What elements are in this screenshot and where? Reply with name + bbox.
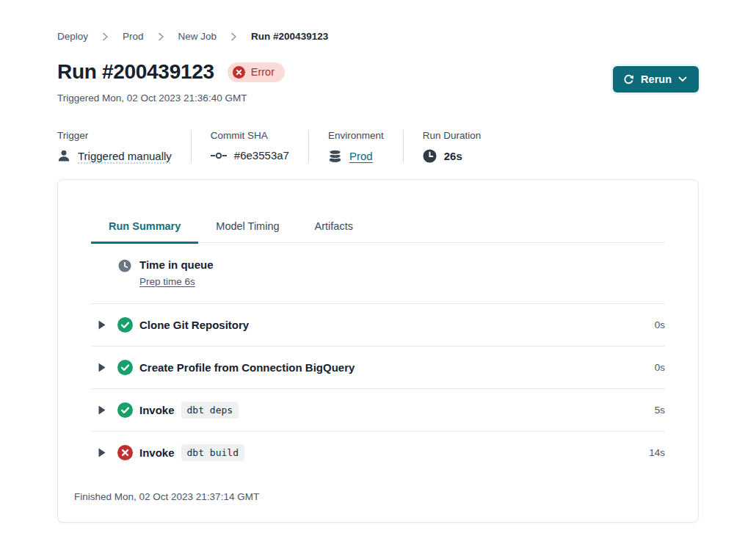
expand-caret-icon[interactable] bbox=[98, 363, 106, 372]
status-badge-label: Error bbox=[251, 66, 275, 78]
success-icon bbox=[117, 360, 133, 375]
success-icon bbox=[117, 317, 133, 333]
error-icon bbox=[117, 445, 133, 460]
error-circle-icon bbox=[233, 66, 245, 79]
step-duration: 5s bbox=[655, 405, 665, 416]
triggered-timestamp: Triggered Mon, 02 Oct 2023 21:36:40 GMT bbox=[57, 93, 285, 104]
queue-title: Time in queue bbox=[139, 258, 214, 271]
meta-environment-label: Environment bbox=[328, 130, 384, 141]
meta-commit-label: Commit SHA bbox=[211, 130, 289, 141]
queue-clock-icon bbox=[118, 259, 131, 272]
title-row: Run #200439123 Error bbox=[57, 60, 285, 84]
meta-trigger-label: Trigger bbox=[57, 130, 172, 141]
page-title: Run #200439123 bbox=[57, 60, 214, 84]
tab-artifacts[interactable]: Artifacts bbox=[297, 214, 371, 244]
git-commit-icon bbox=[211, 151, 227, 161]
rerun-button[interactable]: Rerun bbox=[613, 66, 699, 93]
meta-environment: Environment Prod bbox=[308, 130, 403, 163]
tab-bar: Run Summary Model Timing Artifacts bbox=[91, 214, 665, 243]
breadcrumb-item: Run #200439123 bbox=[251, 31, 328, 42]
chevron-down-icon bbox=[678, 76, 687, 82]
meta-trigger: Trigger Triggered manually bbox=[57, 130, 191, 163]
expand-caret-icon[interactable] bbox=[98, 448, 106, 457]
expand-caret-icon[interactable] bbox=[98, 320, 106, 330]
step-code: dbt deps bbox=[181, 402, 239, 419]
step-title: Clone Git Repository bbox=[139, 319, 249, 331]
step-row[interactable]: Invoke dbt deps 5s bbox=[91, 389, 665, 431]
tab-model-timing[interactable]: Model Timing bbox=[198, 214, 297, 244]
meta-environment-link[interactable]: Prod bbox=[349, 150, 373, 162]
step-duration: 0s bbox=[655, 362, 665, 373]
step-row[interactable]: Invoke dbt build 14s bbox=[91, 432, 665, 474]
run-summary-card: Run Summary Model Timing Artifacts Time … bbox=[57, 179, 699, 523]
clock-icon bbox=[423, 149, 437, 163]
breadcrumb-separator-icon bbox=[102, 32, 109, 41]
step-duration: 14s bbox=[649, 447, 665, 458]
meta-duration-label: Run Duration bbox=[423, 130, 481, 141]
expand-caret-icon[interactable] bbox=[98, 405, 106, 415]
success-icon bbox=[117, 402, 133, 418]
meta-trigger-value[interactable]: Triggered manually bbox=[78, 150, 172, 162]
step-rows: Clone Git Repository 0s Create Profile f… bbox=[91, 303, 665, 474]
person-icon bbox=[57, 149, 70, 162]
card-inner: Run Summary Model Timing Artifacts Time … bbox=[58, 214, 698, 474]
step-duration: 0s bbox=[655, 319, 665, 330]
breadcrumb: Deploy Prod New Job Run #200439123 bbox=[57, 31, 699, 42]
step-title: Create Profile from Connection BigQuery bbox=[139, 361, 355, 374]
breadcrumb-separator-icon bbox=[158, 32, 164, 41]
meta-commit-sha: Commit SHA #6e3553a7 bbox=[191, 130, 308, 163]
step-row[interactable]: Clone Git Repository 0s bbox=[91, 304, 665, 346]
meta-commit-value: #6e3553a7 bbox=[234, 149, 289, 162]
breadcrumb-separator-icon bbox=[230, 32, 237, 41]
run-detail-page: Deploy Prod New Job Run #200439123 Run #… bbox=[0, 0, 756, 523]
breadcrumb-item[interactable]: New Job bbox=[178, 31, 217, 42]
step-title: Invoke bbox=[139, 446, 175, 459]
status-badge: Error bbox=[228, 62, 285, 82]
time-in-queue-row: Time in queue Prep time 6s bbox=[91, 243, 665, 303]
finished-timestamp: Finished Mon, 02 Oct 2023 21:37:14 GMT bbox=[58, 474, 698, 522]
queue-text: Time in queue Prep time 6s bbox=[139, 258, 214, 288]
rerun-button-label: Rerun bbox=[641, 73, 672, 85]
tab-run-summary[interactable]: Run Summary bbox=[91, 214, 198, 244]
run-metadata: Trigger Triggered manually Commit SHA #6… bbox=[57, 130, 699, 163]
prep-time-link[interactable]: Prep time 6s bbox=[139, 276, 195, 287]
page-header: Run #200439123 Error Triggered Mon, 02 O… bbox=[57, 60, 699, 104]
step-title: Invoke bbox=[139, 404, 175, 416]
breadcrumb-item[interactable]: Prod bbox=[123, 31, 144, 42]
breadcrumb-item[interactable]: Deploy bbox=[57, 31, 88, 42]
step-code: dbt build bbox=[181, 444, 244, 461]
database-icon bbox=[328, 149, 342, 163]
header-left: Run #200439123 Error Triggered Mon, 02 O… bbox=[57, 60, 285, 104]
meta-duration-value: 26s bbox=[444, 150, 462, 162]
rerun-icon bbox=[623, 74, 634, 85]
step-row[interactable]: Create Profile from Connection BigQuery … bbox=[91, 347, 665, 388]
meta-run-duration: Run Duration 26s bbox=[403, 130, 501, 163]
